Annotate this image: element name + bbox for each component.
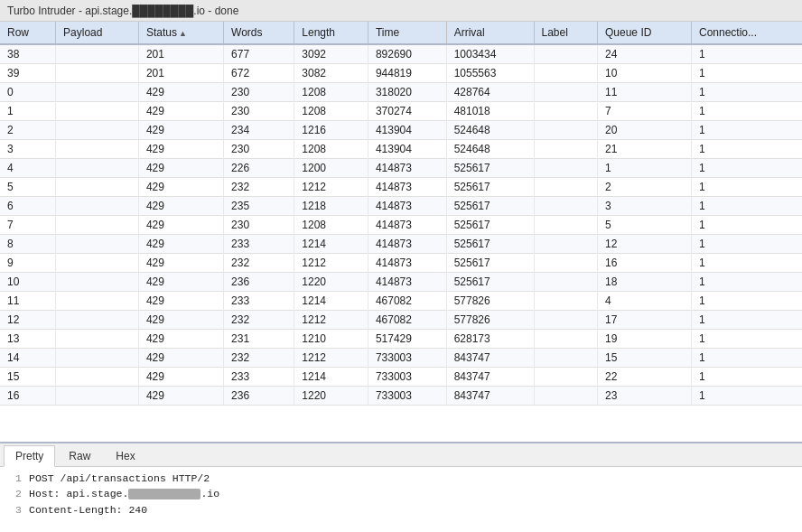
table-row[interactable]: 104292361220414873525617181 [0,273,802,292]
cell-row: 15 [0,368,56,387]
cell-length: 1212 [294,349,368,368]
cell-payload [56,216,139,235]
cell-payload [56,140,139,159]
cell-arrival: 481018 [446,102,534,121]
cell-arrival: 843747 [446,368,534,387]
table-row[interactable]: 4429226120041487352561711 [0,159,802,178]
table-row[interactable]: 34292301208413904524648211 [0,140,802,159]
col-header-time[interactable]: Time [368,22,446,44]
cell-status: 429 [138,387,223,406]
line-content: POST /api/transactions HTTP/2 [29,471,210,486]
bottom-panel: PrettyRawHex 1POST /api/transactions HTT… [0,442,802,532]
table-row[interactable]: 94292321212414873525617161 [0,254,802,273]
cell-length: 1210 [294,330,368,349]
col-header-queueId[interactable]: Queue ID [598,22,692,44]
cell-label [534,273,598,292]
cell-queueId: 16 [598,254,692,273]
cell-queueId: 5 [598,216,692,235]
cell-connection: 1 [691,349,802,368]
table-row[interactable]: 7429230120841487352561751 [0,216,802,235]
cell-label [534,349,598,368]
table-row[interactable]: 6429235121841487352561731 [0,197,802,216]
cell-status: 429 [138,178,223,197]
cell-status: 429 [138,121,223,140]
col-header-length[interactable]: Length [294,22,368,44]
cell-words: 232 [224,311,294,330]
cell-payload [56,368,139,387]
cell-label [534,102,598,121]
cell-time: 414873 [368,254,446,273]
table-row[interactable]: 5429232121241487352561721 [0,178,802,197]
cell-time: 944819 [368,64,446,83]
tab-pretty[interactable]: Pretty [4,445,55,467]
cell-time: 413904 [368,140,446,159]
tab-raw[interactable]: Raw [57,445,102,466]
table-row[interactable]: 11429233121446708257782641 [0,292,802,311]
col-header-status[interactable]: Status▲ [138,22,223,44]
col-header-connection[interactable]: Connectio... [691,22,802,44]
cell-row: 1 [0,102,56,121]
cell-length: 1218 [294,197,368,216]
cell-row: 0 [0,83,56,102]
col-header-label[interactable]: Label [534,22,598,44]
cell-time: 413904 [368,121,446,140]
table-row[interactable]: 124292321212467082577826171 [0,311,802,330]
table-row[interactable]: 1429230120837027448101871 [0,102,802,121]
cell-arrival: 628173 [446,330,534,349]
col-header-words[interactable]: Words [224,22,294,44]
table-row[interactable]: 04292301208318020428764111 [0,83,802,102]
cell-connection: 1 [691,292,802,311]
results-table-section[interactable]: RowPayloadStatus▲WordsLengthTimeArrivalL… [0,22,802,442]
cell-row: 16 [0,387,56,406]
table-row[interactable]: 24292341216413904524648201 [0,121,802,140]
cell-arrival: 525617 [446,159,534,178]
tabs-bar: PrettyRawHex [0,443,802,467]
cell-words: 232 [224,254,294,273]
cell-label [534,64,598,83]
cell-length: 1214 [294,235,368,254]
cell-length: 1200 [294,159,368,178]
col-header-arrival[interactable]: Arrival [446,22,534,44]
cell-arrival: 577826 [446,292,534,311]
line-content: Content-Length: 240 [29,502,147,518]
table-row[interactable]: 144292321212733003843747151 [0,349,802,368]
cell-time: 318020 [368,83,446,102]
cell-queueId: 15 [598,349,692,368]
table-row[interactable]: 3920167230829448191055563101 [0,64,802,83]
cell-status: 429 [138,368,223,387]
col-header-row[interactable]: Row [0,22,56,44]
cell-label [534,83,598,102]
cell-arrival: 1055563 [446,64,534,83]
code-line-2: 2Host: api.stage. .io [7,486,795,501]
table-row[interactable]: 134292311210517429628173191 [0,330,802,349]
cell-row: 9 [0,254,56,273]
cell-status: 429 [138,311,223,330]
cell-payload [56,83,139,102]
cell-payload [56,44,139,64]
table-row[interactable]: 84292331214414873525617121 [0,235,802,254]
cell-connection: 1 [691,273,802,292]
cell-status: 429 [138,292,223,311]
cell-words: 233 [224,292,294,311]
cell-payload [56,349,139,368]
code-area: 1POST /api/transactions HTTP/22Host: api… [0,467,802,532]
cell-status: 429 [138,197,223,216]
cell-connection: 1 [691,311,802,330]
cell-status: 201 [138,64,223,83]
col-header-payload[interactable]: Payload [56,22,139,44]
table-row[interactable]: 3820167730928926901003434241 [0,44,802,64]
cell-length: 3092 [294,44,368,64]
cell-label [534,292,598,311]
cell-time: 414873 [368,197,446,216]
cell-row: 8 [0,235,56,254]
cell-connection: 1 [691,44,802,64]
cell-connection: 1 [691,102,802,121]
cell-queueId: 10 [598,64,692,83]
tab-hex[interactable]: Hex [104,445,146,466]
cell-time: 733003 [368,387,446,406]
cell-words: 235 [224,197,294,216]
cell-time: 414873 [368,216,446,235]
table-row[interactable]: 164292361220733003843747231 [0,387,802,406]
table-body: 3820167730928926901003434241392016723082… [0,44,802,406]
table-row[interactable]: 154292331214733003843747221 [0,368,802,387]
